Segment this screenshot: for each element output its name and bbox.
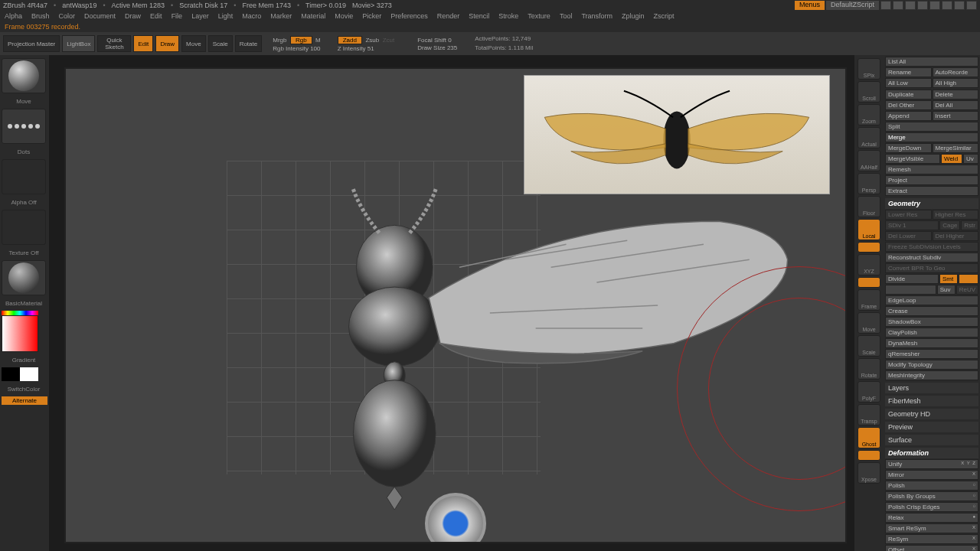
menu-zplugin[interactable]: Zplugin xyxy=(622,12,645,20)
menu-draw[interactable]: Draw xyxy=(125,12,141,20)
menu-preferences[interactable]: Preferences xyxy=(390,12,428,20)
meshintegrity-button[interactable]: MeshIntegrity xyxy=(885,370,978,380)
insert-button[interactable]: Insert xyxy=(933,111,979,121)
edit-button[interactable]: Edit xyxy=(133,35,153,52)
mergesimilar-button[interactable]: MergeSimilar xyxy=(933,143,979,153)
window-button-3[interactable] xyxy=(905,1,916,10)
rstr-button[interactable]: Rstr xyxy=(961,220,978,230)
offset-slider[interactable]: OffsetX xyxy=(885,545,978,551)
preview-header[interactable]: Preview xyxy=(885,422,978,432)
brush-slot[interactable] xyxy=(2,58,46,93)
close-button[interactable] xyxy=(966,1,977,10)
all-low-button[interactable]: All Low xyxy=(885,78,932,88)
window-button-1[interactable] xyxy=(880,1,891,10)
material-slot[interactable] xyxy=(2,260,46,295)
menu-light[interactable]: Light xyxy=(218,12,234,20)
shadowbox-button[interactable]: ShadowBox xyxy=(885,317,978,327)
projection-master-button[interactable]: Projection Master xyxy=(3,35,60,52)
window-button-5[interactable] xyxy=(929,1,940,10)
mergedown-button[interactable]: MergeDown xyxy=(885,143,932,153)
resym-slider[interactable]: ReSymX xyxy=(885,534,978,544)
menu-render[interactable]: Render xyxy=(437,12,460,20)
append-button[interactable]: Append xyxy=(885,111,932,121)
dellower-button[interactable]: Del Lower xyxy=(885,231,932,241)
lowerres-button[interactable]: Lower Res xyxy=(885,210,932,220)
window-button-4[interactable] xyxy=(917,1,928,10)
layers-header[interactable]: Layers xyxy=(885,383,978,393)
minimize-button[interactable] xyxy=(942,1,952,10)
menu-edit[interactable]: Edit xyxy=(150,12,162,20)
list-all-button[interactable]: List All xyxy=(885,57,978,67)
nav-scroll-button[interactable]: Scroll xyxy=(858,81,880,103)
focal-shift-slider[interactable]: Focal Shift 0 xyxy=(417,37,457,44)
menu-movie[interactable]: Movie xyxy=(335,12,353,20)
zcut-button[interactable]: Zcut xyxy=(383,37,395,44)
split-button[interactable]: Split xyxy=(885,122,978,132)
autoreorder-button[interactable]: AutoReorde xyxy=(933,67,979,77)
weld-button[interactable]: Weld xyxy=(941,154,962,164)
smart-resym-slider[interactable]: Smart ReSymX xyxy=(885,523,978,533)
lightbox-button[interactable]: LightBox xyxy=(62,35,95,52)
move-button[interactable]: Move xyxy=(181,35,206,52)
alpha-slot[interactable] xyxy=(2,159,46,194)
z-intensity-slider[interactable]: Z Intensity 51 xyxy=(338,45,395,52)
menu-picker[interactable]: Picker xyxy=(362,12,381,20)
draw-size-slider[interactable]: Draw Size 235 xyxy=(417,44,457,51)
gradient-label[interactable]: Gradient xyxy=(2,355,46,364)
maximize-button[interactable] xyxy=(954,1,965,10)
smt-button[interactable]: Smt xyxy=(939,274,958,284)
polish-slider[interactable]: Polish○ xyxy=(885,481,978,491)
smt-slider[interactable] xyxy=(959,274,978,284)
relax-slider[interactable]: Relax● xyxy=(885,513,978,523)
alternate-button[interactable]: Alternate xyxy=(2,396,47,405)
rename-button[interactable]: Rename xyxy=(885,67,932,77)
nav-floor-button[interactable]: Floor xyxy=(858,196,880,217)
zsub-button[interactable]: Zsub xyxy=(365,37,379,44)
menu-macro[interactable]: Macro xyxy=(242,12,261,20)
sdiv-slider[interactable]: SDiv 1 xyxy=(885,220,939,230)
window-button-2[interactable] xyxy=(893,1,903,10)
switchcolor-button[interactable]: SwitchColor xyxy=(2,384,46,393)
project-button[interactable]: Project xyxy=(885,175,978,185)
all-high-button[interactable]: All High xyxy=(933,78,979,88)
nav-persp-button[interactable]: Persp xyxy=(858,173,880,194)
zadd-button[interactable]: Zadd xyxy=(338,36,362,44)
nav-transp-button[interactable]: Transp xyxy=(858,404,880,425)
mirror-slider[interactable]: MirrorX xyxy=(885,470,978,480)
duplicate-button[interactable]: Duplicate xyxy=(885,90,932,99)
delete-button[interactable]: Delete xyxy=(933,90,979,99)
modify-topology-button[interactable]: Modify Topology xyxy=(885,360,978,370)
menu-brush[interactable]: Brush xyxy=(31,12,50,20)
suv-button[interactable]: Suv xyxy=(937,285,956,295)
freeze-button[interactable]: Freeze SubDivision Levels xyxy=(885,242,978,252)
menu-texture[interactable]: Texture xyxy=(528,12,550,20)
nav-small-18-button[interactable] xyxy=(858,450,880,461)
del-all-button[interactable]: Del All xyxy=(933,100,979,110)
stroke-slot[interactable] xyxy=(2,109,46,144)
delhigher-button[interactable]: Del Higher xyxy=(933,231,979,241)
scale-button[interactable]: Scale xyxy=(208,35,233,52)
dynamesh-button[interactable]: DynaMesh xyxy=(885,338,978,348)
default-zscript-button[interactable]: DefaultZScript xyxy=(826,1,879,10)
menu-alpha[interactable]: Alpha xyxy=(5,12,22,20)
menu-document[interactable]: Document xyxy=(84,12,116,20)
fibermesh-header[interactable]: FiberMesh xyxy=(885,396,978,406)
rgb-button[interactable]: Rgb xyxy=(290,36,312,44)
del-other-button[interactable]: Del Other xyxy=(885,100,932,110)
menu-color[interactable]: Color xyxy=(59,12,76,20)
merge-button[interactable]: Merge xyxy=(885,132,978,142)
menu-layer[interactable]: Layer xyxy=(191,12,209,20)
higherres-button[interactable]: Higher Res xyxy=(933,210,979,220)
nav-aahalf-button[interactable]: AAHalf xyxy=(858,150,880,171)
remesh-button[interactable]: Remesh xyxy=(885,165,978,174)
rgb-intensity-slider[interactable]: Rgb Intensity 100 xyxy=(273,45,321,52)
menu-zscript[interactable]: Zscript xyxy=(654,12,675,20)
menu-file[interactable]: File xyxy=(172,12,183,20)
menu-marker[interactable]: Marker xyxy=(270,12,292,20)
polish-crisp-slider[interactable]: Polish Crisp Edges○ xyxy=(885,502,978,512)
nav-small-8-button[interactable] xyxy=(858,242,880,253)
claypolish-button[interactable]: ClayPolish xyxy=(885,328,978,337)
cage-button[interactable]: Cage xyxy=(939,220,960,230)
menu-transform[interactable]: Transform xyxy=(581,12,612,20)
quick-sketch-button[interactable]: Quick Sketch xyxy=(97,35,131,52)
